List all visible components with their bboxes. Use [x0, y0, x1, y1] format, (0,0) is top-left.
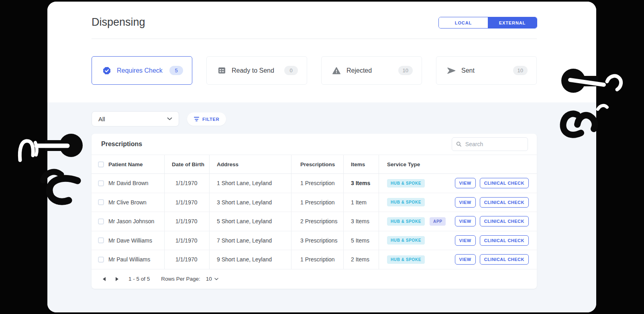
- row-checkbox[interactable]: [98, 237, 104, 243]
- verified-check-badge-icon: [102, 66, 111, 75]
- items-cell: 3 Items: [344, 212, 379, 231]
- select-all-checkbox[interactable]: [98, 161, 104, 167]
- filter-button[interactable]: FILTER: [187, 112, 226, 126]
- view-button[interactable]: VIEW: [455, 235, 476, 246]
- service-type-cell: HUB & SPOKEVIEWCLINICAL CHECK: [379, 174, 537, 193]
- service-type-badge-hub-spoke: HUB & SPOKE: [387, 236, 425, 245]
- address-cell: 1 Short Lane, Leyland: [210, 174, 291, 193]
- prescriptions-cell: 1 Prescription: [291, 193, 344, 212]
- table-row: Mr Dave Williams1/1/19707 Short Lane, Le…: [92, 231, 537, 251]
- status-card-label: Rejected: [346, 67, 372, 74]
- status-count-badge: 0: [284, 66, 298, 75]
- doodle-white-squiggle-left: [20, 141, 33, 160]
- rows-per-page-select[interactable]: 10: [206, 276, 218, 282]
- service-type-badge-app: APP: [430, 217, 446, 226]
- filter-button-label: FILTER: [202, 117, 219, 122]
- row-checkbox[interactable]: [98, 218, 104, 224]
- patient-name: Mr Jason Johnson: [108, 218, 154, 224]
- items-cell: 2 Items: [344, 250, 379, 269]
- table-row: Mr Jason Johnson1/1/19705 Short Lane, Le…: [92, 212, 537, 231]
- filter-icon: [194, 117, 199, 121]
- service-type-cell: HUB & SPOKEVIEWCLINICAL CHECK: [379, 193, 537, 212]
- prev-arrow-icon: [103, 277, 106, 281]
- dob-cell: 1/1/1970: [165, 212, 210, 231]
- service-type-badge-hub-spoke: HUB & SPOKE: [387, 255, 425, 264]
- doodle-white-arc-right: [598, 106, 607, 109]
- next-arrow-icon: [116, 277, 118, 281]
- header-divider: [92, 39, 537, 39]
- clinical-check-button[interactable]: CLINICAL CHECK: [480, 178, 529, 188]
- search-box: [452, 137, 528, 151]
- status-card-label: Sent: [461, 67, 475, 74]
- clinical-check-button[interactable]: CLINICAL CHECK: [480, 197, 529, 208]
- table-body: Mr David Brown1/1/19701 Short Lane, Leyl…: [92, 174, 537, 269]
- view-button[interactable]: VIEW: [455, 254, 476, 265]
- items-cell: 1 Item: [344, 193, 379, 212]
- address-cell: 7 Short Lane, Leyland: [210, 231, 291, 250]
- search-input[interactable]: [465, 141, 524, 147]
- status-count-badge: 10: [513, 66, 528, 75]
- dob-cell: 1/1/1970: [165, 174, 210, 193]
- status-card-label: Requires Check: [117, 67, 163, 74]
- panel-header: Prescriptions: [92, 134, 537, 155]
- view-button[interactable]: VIEW: [455, 197, 476, 208]
- table-header-row: Patient Name Date of Birth Address Presc…: [92, 155, 537, 174]
- status-card-requires-check[interactable]: Requires Check 5: [92, 56, 192, 85]
- status-card-ready-to-send[interactable]: Ready to Send 0: [206, 56, 307, 85]
- row-actions: VIEWCLINICAL CHECK: [455, 178, 537, 188]
- patient-name-cell: Mr Clive Brown: [92, 193, 165, 212]
- column-header: Service Type: [379, 155, 537, 173]
- clinical-check-button[interactable]: CLINICAL CHECK: [480, 254, 529, 265]
- clinical-check-button[interactable]: CLINICAL CHECK: [480, 216, 529, 226]
- patient-name-cell: Mr Jason Johnson: [92, 212, 165, 231]
- status-card-rejected[interactable]: Rejected 10: [321, 56, 422, 85]
- items-cell: 5 Items: [344, 231, 379, 250]
- status-filter-value: All: [98, 116, 105, 122]
- view-button[interactable]: VIEW: [455, 178, 476, 188]
- chevron-down-icon: [167, 117, 172, 120]
- patient-name: Mr Dave Williams: [108, 237, 152, 244]
- status-card-sent[interactable]: Sent 10: [436, 56, 537, 85]
- search-icon: [456, 141, 462, 147]
- prescriptions-cell: 1 Prescription: [291, 174, 344, 193]
- patient-name: Mr Clive Brown: [108, 199, 147, 206]
- row-checkbox[interactable]: [98, 180, 104, 186]
- header-section: Dispensing LOCAL EXTERNAL Re: [47, 2, 596, 102]
- panel-title: Prescriptions: [101, 141, 142, 148]
- local-tab[interactable]: LOCAL: [439, 17, 488, 28]
- column-header: Address: [210, 155, 291, 173]
- column-header: Date of Birth: [165, 155, 210, 173]
- service-type-cell: HUB & SPOKEVIEWCLINICAL CHECK: [379, 231, 537, 250]
- send-arrow-icon: [447, 66, 456, 75]
- dob-cell: 1/1/1970: [165, 250, 210, 269]
- column-header: Items: [344, 155, 379, 173]
- patient-name-cell: Mr Paul Williams: [92, 250, 165, 269]
- chevron-down-icon: [214, 278, 218, 280]
- dob-cell: 1/1/1970: [165, 193, 210, 212]
- doodle-white-squiggle-left-2: [35, 143, 37, 155]
- service-type-badge-hub-spoke: HUB & SPOKE: [387, 198, 425, 206]
- view-button[interactable]: VIEW: [455, 216, 476, 226]
- external-tab[interactable]: EXTERNAL: [488, 17, 537, 28]
- row-checkbox[interactable]: [98, 199, 104, 205]
- table-row: Mr Paul Williams1/1/19709 Short Lane, Le…: [92, 250, 537, 269]
- service-type-badge-hub-spoke: HUB & SPOKE: [387, 179, 425, 188]
- address-cell: 9 Short Lane, Leyland: [210, 250, 291, 269]
- row-checkbox[interactable]: [98, 257, 104, 263]
- pagination-range: 1 - 5 of 5: [128, 276, 150, 282]
- patient-name-cell: Mr Dave Williams: [92, 231, 165, 250]
- content-section: All FILTER Prescriptions: [47, 102, 596, 312]
- dob-cell: 1/1/1970: [165, 231, 210, 250]
- row-actions: VIEWCLINICAL CHECK: [455, 235, 537, 246]
- next-page-button[interactable]: [114, 276, 120, 282]
- clinical-check-button[interactable]: CLINICAL CHECK: [480, 235, 529, 246]
- table-row: Mr Clive Brown1/1/19703 Short Lane, Leyl…: [92, 193, 537, 212]
- prev-page-button[interactable]: [101, 276, 107, 282]
- prescriptions-panel: Prescriptions Patient Name Date of Birth…: [92, 134, 537, 289]
- row-actions: VIEWCLINICAL CHECK: [455, 254, 537, 265]
- status-filter-select[interactable]: All: [92, 111, 179, 126]
- prescriptions-cell: 2 Prescriptions: [291, 212, 344, 231]
- patient-name-cell: Mr David Brown: [92, 174, 165, 193]
- doodle-white-s-right: [607, 76, 621, 90]
- status-cards: Requires Check 5 Ready to Send 0: [92, 56, 537, 85]
